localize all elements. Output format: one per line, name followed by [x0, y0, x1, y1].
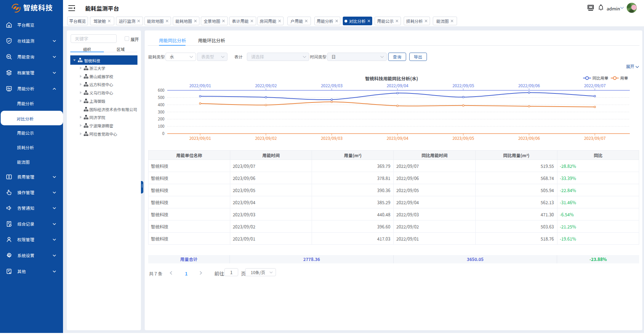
svg-text:2022/09/04: 2022/09/04	[387, 82, 409, 88]
svg-text:2023/09/01: 2023/09/01	[189, 135, 211, 141]
svg-text:600: 600	[158, 87, 164, 93]
svg-text:400: 400	[158, 102, 164, 107]
svg-text:2022/09/06: 2022/09/06	[518, 82, 540, 88]
svg-text:同比用量: 同比用量	[592, 75, 608, 81]
svg-text:500: 500	[158, 94, 164, 100]
svg-text:2022/09/07: 2022/09/07	[584, 82, 606, 88]
svg-text:2023/09/07: 2023/09/07	[584, 135, 606, 141]
svg-text:2022/09/05: 2022/09/05	[453, 82, 474, 88]
svg-text:200: 200	[158, 116, 164, 121]
svg-text:2023/09/06: 2023/09/06	[518, 135, 540, 141]
svg-text:用量: 用量	[620, 75, 628, 81]
svg-text:智统科技用能同比分析(水): 智统科技用能同比分析(水)	[365, 75, 418, 82]
svg-text:2023/09/03: 2023/09/03	[321, 135, 343, 141]
svg-text:2022/09/01: 2022/09/01	[189, 82, 211, 88]
svg-text:100: 100	[158, 123, 164, 129]
svg-text:2022/09/03: 2022/09/03	[321, 82, 343, 88]
svg-text:300: 300	[158, 109, 164, 115]
svg-text:2023/09/04: 2023/09/04	[387, 135, 409, 141]
svg-text:2022/09/02: 2022/09/02	[255, 82, 277, 88]
svg-text:2023/09/02: 2023/09/02	[255, 135, 277, 141]
svg-text:0: 0	[162, 130, 164, 136]
svg-text:2023/09/05: 2023/09/05	[453, 135, 474, 141]
